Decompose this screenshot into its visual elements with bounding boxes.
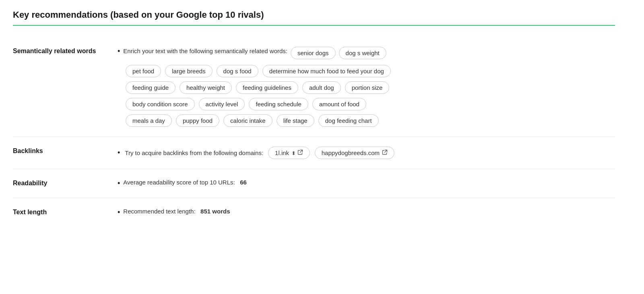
semantically-related-text: Enrich your text with the following sema… bbox=[123, 47, 287, 54]
tag-amount-of-food[interactable]: amount of food bbox=[312, 98, 366, 110]
text-length-text: Recommended text length: bbox=[123, 208, 195, 215]
section-label-backlinks: Backlinks bbox=[13, 147, 101, 155]
tag-feeding-guidelines[interactable]: feeding guidelines bbox=[236, 81, 298, 94]
section-content-backlinks: • Try to acquire backlinks from the foll… bbox=[118, 147, 615, 159]
tag-activity-level[interactable]: activity level bbox=[199, 98, 245, 110]
page-title: Key recommendations (based on your Googl… bbox=[13, 10, 615, 26]
section-text-length: Text length • Recommended text length: 8… bbox=[13, 198, 615, 227]
domain-tag-happydogbreeds[interactable]: happydogbreeds.com bbox=[315, 147, 394, 159]
tag-healthy-weight[interactable]: healthy weight bbox=[180, 81, 232, 94]
external-link-icon-1link: ⬍ bbox=[291, 149, 303, 156]
tag-feeding-guide[interactable]: feeding guide bbox=[126, 81, 175, 94]
tag-puppy-food[interactable]: puppy food bbox=[176, 114, 219, 127]
tag-caloric-intake[interactable]: caloric intake bbox=[223, 114, 272, 127]
section-label-text-length: Text length bbox=[13, 208, 101, 216]
readability-score: 66 bbox=[240, 179, 247, 186]
section-label-semantically-related: Semantically related words bbox=[13, 47, 101, 55]
tag-meals-a-day[interactable]: meals a day bbox=[126, 114, 172, 127]
tag-adult-dog[interactable]: adult dog bbox=[302, 81, 341, 94]
section-content-readability: • Average readability score of top 10 UR… bbox=[118, 179, 615, 188]
backlinks-text: Try to acquire backlinks from the follow… bbox=[125, 149, 263, 156]
readability-text: Average readability score of top 10 URLs… bbox=[123, 179, 235, 186]
tag-pet-food[interactable]: pet food bbox=[126, 65, 161, 77]
section-content-semantically-related: • Enrich your text with the following se… bbox=[118, 47, 615, 127]
tag-life-stage[interactable]: life stage bbox=[277, 114, 314, 127]
tag-body-condition-score[interactable]: body condition score bbox=[126, 98, 195, 110]
domain-label-1link: 1l.ink bbox=[275, 149, 289, 156]
section-readability: Readability • Average readability score … bbox=[13, 169, 615, 198]
tag-feeding-schedule[interactable]: feeding schedule bbox=[249, 98, 308, 110]
section-semantically-related: Semantically related words • Enrich your… bbox=[13, 37, 615, 137]
tag-determine-how-much[interactable]: determine how much food to feed your dog bbox=[262, 65, 391, 77]
domain-label-happydogbreeds: happydogbreeds.com bbox=[322, 149, 380, 156]
tag-dog-feeding-chart[interactable]: dog feeding chart bbox=[318, 114, 379, 127]
section-label-readability: Readability bbox=[13, 179, 101, 187]
section-backlinks: Backlinks • Try to acquire backlinks fro… bbox=[13, 137, 615, 169]
tag-dog-s-food[interactable]: dog s food bbox=[217, 65, 258, 77]
external-link-icon-happydogbreeds bbox=[382, 149, 388, 156]
tag-dog-s-weight[interactable]: dog s weight bbox=[339, 47, 386, 59]
domain-tag-1link[interactable]: 1l.ink ⬍ bbox=[268, 147, 310, 159]
section-content-text-length: • Recommended text length: 851 words bbox=[118, 208, 615, 217]
tag-large-breeds[interactable]: large breeds bbox=[165, 65, 212, 77]
text-length-value: 851 words bbox=[200, 208, 230, 215]
tag-senior-dogs[interactable]: senior dogs bbox=[291, 47, 336, 59]
tag-portion-size[interactable]: portion size bbox=[345, 81, 390, 94]
